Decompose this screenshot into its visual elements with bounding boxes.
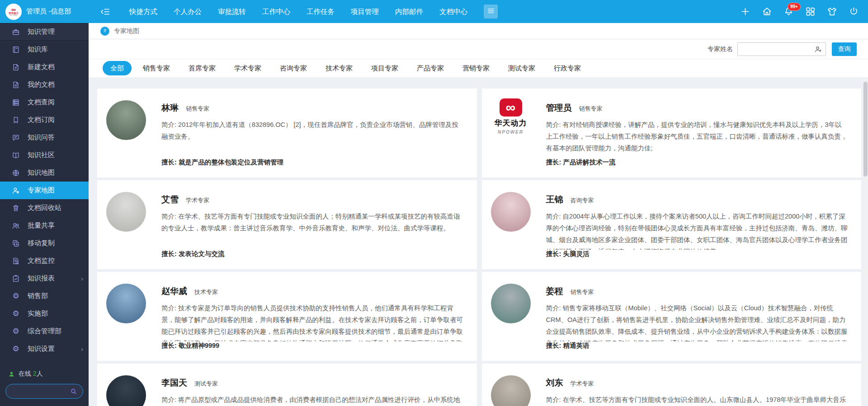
expert-skill: 擅长: 精通英语 bbox=[546, 341, 848, 350]
nav-item[interactable]: 文档中心 bbox=[431, 0, 476, 23]
sidebar-item-label: 知识问答 bbox=[28, 133, 55, 142]
query-button[interactable]: 查询 bbox=[832, 42, 857, 56]
filter-tab[interactable]: 首席专家 bbox=[181, 62, 223, 75]
online-count: 2 bbox=[33, 370, 37, 377]
sidebar-item-label: 文档回收站 bbox=[28, 204, 61, 212]
bookmark-icon bbox=[12, 116, 20, 124]
sidebar-item[interactable]: 知识报表 › bbox=[0, 270, 89, 287]
menu-collapse-icon[interactable] bbox=[100, 7, 110, 17]
sidebar-item-label: 综合管理部 bbox=[28, 327, 61, 336]
notification-badge: 99+ bbox=[788, 3, 801, 11]
sidebar-menu: 知识管理 › 知识库 › 新建文档 › 我的文档 › 文档查阅 › 文档订阅 ›… bbox=[0, 23, 89, 358]
home-icon bbox=[762, 10, 772, 18]
sidebar-item[interactable]: ⚙ 知识设置 › bbox=[0, 340, 89, 358]
sidebar-item-label: 文档监控 bbox=[28, 257, 55, 265]
notifications-button[interactable]: 99+ bbox=[783, 6, 794, 17]
filter-tab[interactable]: 技术专家 bbox=[318, 62, 360, 75]
scrollbar-track[interactable] bbox=[863, 78, 868, 405]
nav-item[interactable]: 快捷方式 bbox=[121, 0, 165, 23]
chevron-right-icon: › bbox=[81, 275, 83, 282]
sidebar-item-label: 批量共享 bbox=[28, 221, 55, 230]
expert-category-tag: 技术专家 bbox=[194, 288, 218, 296]
nav-item[interactable]: 审批流转 bbox=[210, 0, 254, 23]
sidebar-item[interactable]: 文档查阅 › bbox=[0, 93, 89, 111]
archive-icon bbox=[12, 98, 20, 107]
sidebar-item[interactable]: ⚙ 销售部 › bbox=[0, 287, 89, 305]
艾雪[interactable]: ∞ 华天动力 NPOWER 艾雪 学术专家 简介: 在学术、技艺等方面有专门技能… bbox=[97, 180, 477, 269]
sidebar-item[interactable]: 文档监控 › bbox=[0, 252, 89, 270]
林琳[interactable]: ∞ 华天动力 NPOWER 林琳 销售专家 简介: 2012年年初加入道有道（8… bbox=[97, 89, 477, 177]
管理员[interactable]: ∞ 华天动力 NPOWER 管理员 销售专家 简介: 有对经销商授课经验，讲解产… bbox=[482, 89, 862, 177]
expert-skill: 擅长: 发表论文与交流 bbox=[161, 250, 463, 258]
expert-name-label: 专家姓名 bbox=[708, 45, 733, 53]
sidebar-search-input[interactable] bbox=[11, 388, 70, 395]
copy-icon bbox=[12, 239, 20, 247]
apps-button[interactable] bbox=[805, 6, 816, 17]
breadcrumb: 专家地图 bbox=[89, 23, 868, 39]
filter-tab[interactable]: 行政专家 bbox=[547, 62, 588, 75]
sidebar-item[interactable]: 知识管理 › bbox=[0, 23, 89, 41]
briefcase-icon bbox=[12, 28, 20, 36]
filter-tab[interactable]: 项目专家 bbox=[364, 62, 406, 75]
nav-item[interactable]: 个人办公 bbox=[165, 0, 210, 23]
filter-tab[interactable]: 营销专家 bbox=[455, 62, 497, 75]
doc-icon bbox=[12, 81, 20, 89]
sidebar-item[interactable]: 移动复制 › bbox=[0, 234, 89, 252]
expert-avatar: ∞ 华天动力 NPOWER bbox=[106, 192, 146, 232]
expert-card-grid: ∞ 华天动力 NPOWER 林琳 销售专家 简介: 2012年年初加入道有道（8… bbox=[89, 77, 868, 406]
expert-category-tag: 学术专家 bbox=[186, 196, 209, 205]
sidebar-item[interactable]: 文档订阅 › bbox=[0, 111, 89, 129]
quick-add-button[interactable] bbox=[740, 6, 750, 17]
nav-item[interactable]: 项目管理 bbox=[343, 0, 387, 23]
sidebar-item[interactable]: ⚙ 实施部 › bbox=[0, 305, 89, 322]
sidebar-item[interactable]: ⚙ 综合管理部 › bbox=[0, 322, 89, 340]
sidebar-item[interactable]: 知识问答 › bbox=[0, 129, 89, 146]
expert-name-field bbox=[737, 42, 826, 56]
sidebar-item[interactable]: 知识社区 › bbox=[0, 146, 89, 164]
logout-button[interactable] bbox=[849, 6, 859, 17]
sidebar-item[interactable]: 我的文档 › bbox=[0, 76, 89, 93]
expert-intro: 简介: 在学术、技艺等方面有专门技能或专业知识全面的人；特别精通某一学科或某项技… bbox=[161, 210, 463, 234]
sidebar-item[interactable]: 知识库 › bbox=[0, 41, 89, 58]
person-fill-icon bbox=[8, 371, 15, 378]
nav-item[interactable]: 内部邮件 bbox=[387, 0, 431, 23]
刘东[interactable]: ∞ 华天动力 NPOWER 刘东 学术专家 简介: 在学术、技艺等方面有专门技能… bbox=[482, 364, 862, 406]
expert-skill: 擅长: 头脑灵活 bbox=[546, 250, 848, 258]
nav-item[interactable]: 工作中心 bbox=[254, 0, 298, 23]
sidebar-item[interactable]: 文档回收站 › bbox=[0, 199, 89, 217]
expert-name: 王锦 bbox=[546, 194, 563, 205]
李国天[interactable]: ∞ 华天动力 NPOWER 李国天 测试专家 简介: 将产品原型或产品成品提供给… bbox=[97, 364, 477, 406]
brand-subname: NPOWER bbox=[9, 14, 18, 16]
person-add-icon[interactable] bbox=[814, 45, 822, 53]
sidebar-item[interactable]: 专家地图 › bbox=[0, 182, 89, 199]
home-button[interactable] bbox=[762, 6, 772, 17]
sidebar-item-label: 知识社区 bbox=[28, 151, 55, 159]
more-menus-button[interactable] bbox=[484, 5, 498, 19]
globe-icon bbox=[12, 169, 20, 177]
main-area: 专家地图 专家姓名 查询 全部销售专家首席专家学术专家咨询专家技术专家项目专家产… bbox=[89, 23, 868, 406]
赵华威[interactable]: ∞ 华天动力 NPOWER 赵华威 技术专家 简介: 技术专家是为订单导向的销售… bbox=[97, 272, 477, 361]
scrollbar-thumb[interactable] bbox=[863, 82, 868, 177]
search-icon[interactable] bbox=[70, 387, 77, 395]
sidebar-item[interactable]: 新建文档 › bbox=[0, 58, 89, 76]
expert-name-input[interactable] bbox=[741, 46, 814, 52]
filter-tab[interactable]: 咨询专家 bbox=[273, 62, 314, 75]
filter-tab[interactable]: 测试专家 bbox=[501, 62, 542, 75]
filter-tab[interactable]: 产品专家 bbox=[410, 62, 451, 75]
王锦[interactable]: ∞ 华天动力 NPOWER 王锦 咨询专家 简介: 自2004年从事心理工作以来… bbox=[482, 180, 862, 269]
filter-tab[interactable]: 全部 bbox=[103, 61, 132, 76]
nav-item[interactable]: 工作任务 bbox=[298, 0, 343, 23]
gear-icon: ⚙ bbox=[12, 327, 20, 336]
chat-icon bbox=[12, 134, 20, 142]
sidebar-item[interactable]: 批量共享 › bbox=[0, 217, 89, 234]
姜程[interactable]: ∞ 华天动力 NPOWER 姜程 销售专家 简介: 销售专家将移动互联（Mobi… bbox=[482, 272, 862, 361]
expert-name: 李国天 bbox=[161, 377, 187, 389]
power-icon bbox=[849, 10, 859, 18]
sidebar-footer: 在线 2人 bbox=[0, 370, 89, 399]
sidebar-item-label: 新建文档 bbox=[28, 63, 55, 71]
theme-button[interactable] bbox=[827, 6, 837, 17]
sidebar-item[interactable]: 知识地图 › bbox=[0, 164, 89, 182]
filter-tab[interactable]: 学术专家 bbox=[227, 62, 269, 75]
chevron-right-icon: › bbox=[81, 345, 83, 352]
filter-tab[interactable]: 销售专家 bbox=[136, 62, 177, 75]
